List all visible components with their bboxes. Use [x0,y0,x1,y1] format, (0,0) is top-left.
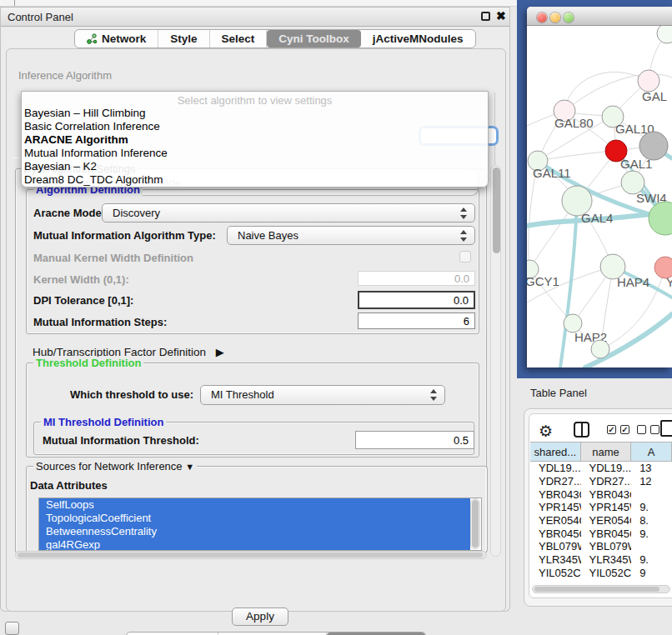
gear-icon[interactable]: ⚙ [539,422,553,441]
table-cell: YPR145W [530,501,581,513]
mi-threshold-group: MI Threshold Definition Mutual Informati… [33,422,474,455]
network-window-titlebar [527,7,672,26]
algorithm-definition-group: Algorithm Definition Aracne Mode: Discov… [26,189,479,334]
network-icon [87,33,98,44]
data-attributes-list[interactable]: SelfLoopsTopologicalCoefficientBetweenne… [38,498,482,551]
close-traffic-icon[interactable] [537,12,547,22]
table-cell: 9. [631,528,672,540]
close-icon[interactable]: ✖ [496,9,506,22]
tab-style[interactable]: Style [158,30,209,48]
algorithm-list: Bayesian – Hill ClimbingBasic Correlatio… [22,107,488,187]
algorithm-option[interactable]: Dream8 DC_TDC Algorithm [22,173,488,187]
cyni-settings-group: Cyni Algorithm Settings Algorithm Defini… [15,168,487,553]
mi-type-value: Naive Bayes [238,229,298,242]
which-threshold-label: Which threshold to use: [70,388,193,401]
attribute-item[interactable]: SelfLoops [39,498,470,512]
table-cell: 13 [631,462,672,474]
attribute-item[interactable]: gal4RGexp [39,538,470,551]
network-node[interactable] [639,132,668,160]
algorithm-option[interactable]: Basic Correlation Inference [22,120,488,133]
split-columns-icon[interactable] [574,422,589,438]
table-cell: 12 [631,475,672,488]
control-panel-title: Control Panel [8,11,73,23]
apply-button[interactable]: Apply [232,608,288,626]
algorithm-option[interactable]: Bayesian – K2 [22,160,488,173]
table-row[interactable]: YLR345WYLR345W9. [530,553,672,567]
sources-title-text: Sources for Network Inference [36,460,183,472]
combo-arrows-icon [460,208,468,219]
table-row[interactable]: YDL19...YDL19...13 [530,462,672,475]
which-threshold-combo[interactable]: MI Threshold [200,385,445,405]
tab-jactivemnodules[interactable]: jActiveMNodules [361,30,475,48]
table-cell: YIL052C [581,567,632,579]
table-row[interactable]: YIL052CYIL052C9 [530,567,672,580]
attribute-item[interactable]: BetweennessCentrality [39,525,470,538]
network-canvas[interactable]: GALGAL80GAL10GAL1GAL11GAL4SWI4GCY1HAP4YH… [527,26,672,368]
algorithm-option[interactable]: Bayesian – Hill Climbing [22,107,488,120]
data-attributes-label: Data Attributes [30,479,108,492]
table-row[interactable]: YPR145WYPR145W9. [530,501,672,514]
mi-threshold-field[interactable] [355,431,474,449]
control-panel-tabbar: NetworkStyleSelectCyni ToolboxjActiveMNo… [1,27,509,49]
algorithm-option[interactable]: Mutual Information Inference [22,147,488,160]
table-row[interactable]: YER054CYER054C8. [530,514,672,528]
network-edge [538,151,616,161]
dpi-tolerance-field[interactable] [358,291,475,309]
document-icon[interactable] [660,420,672,437]
deselect-all-columns-icon[interactable] [637,425,662,436]
tab-label: jActiveMNodules [373,32,464,45]
algorithm-option[interactable]: ARACNE Algorithm [22,133,488,147]
settings-scrollbar-vertical[interactable] [490,165,501,557]
network-node[interactable] [591,340,609,358]
mi-type-combo[interactable]: Naive Bayes [227,226,475,245]
table-row[interactable]: YBR045CYBR045C9. [530,527,672,540]
column-header[interactable]: shared... [530,442,581,461]
mi-steps-field[interactable] [358,312,475,329]
network-node[interactable] [657,26,672,43]
manual-kernel-checkbox[interactable] [459,251,471,262]
table-cell: YDL19... [581,462,632,474]
kernel-width-label: Kernel Width (0,1): [33,273,129,286]
aracne-mode-combo[interactable]: Discovery [102,203,475,222]
table-row[interactable]: YDR27...YDR27...12 [530,475,672,488]
control-panel-titlebar: Control Panel ✖ [1,8,509,27]
node-label: GCY1 [527,274,559,288]
minimize-traffic-icon[interactable] [550,12,560,22]
tab-network[interactable]: Network [75,30,158,48]
tab-select[interactable]: Select [210,30,268,48]
combo-arrows-icon [460,230,468,242]
float-window-icon[interactable] [481,12,490,21]
inference-algorithm-label: Inference Algorithm [18,69,112,82]
network-edge [564,72,649,111]
network-node[interactable] [649,202,672,235]
tab-label: Cyni Toolbox [278,32,349,45]
attribute-item[interactable]: TopologicalCoefficient [39,512,470,525]
attributes-scrollbar[interactable] [470,498,480,549]
table-row[interactable]: YBR043CYBR043C [530,488,672,501]
table-cell: YBR043C [530,488,581,501]
table-row[interactable]: YBL079WYBL079W [530,540,672,553]
table-scrollbar-horizontal[interactable] [532,585,670,593]
table-body: YDL19...YDL19...13YDR27...YDR27...12YBR0… [530,462,672,579]
column-header[interactable]: name [581,442,632,461]
table-cell: YDR27... [581,475,632,488]
sources-group-title[interactable]: Sources for Network Inference ▼ [33,460,197,472]
column-header[interactable]: A [631,442,672,461]
mi-threshold-group-title: MI Threshold Definition [41,416,166,428]
table-cell: 9. [631,553,672,566]
table-cell: YLR345W [530,553,581,566]
settings-scrollbar-horizontal[interactable] [15,551,487,559]
manual-kernel-label: Manual Kernel Width Definition [33,252,193,264]
tab-cyni-toolbox[interactable]: Cyni Toolbox [267,30,361,48]
select-all-columns-icon[interactable]: ✓✓ [607,425,632,436]
table-cell: YDR27... [530,475,581,488]
minimized-panel-icon[interactable] [5,622,19,635]
node-table: shared...nameA YDL19...YDL19...13YDR27..… [530,442,672,583]
table-cell: YBL079W [530,540,581,552]
table-cell: YIL052C [530,567,581,579]
chevron-right-icon: ▶ [216,346,224,358]
zoom-traffic-icon[interactable] [564,12,574,22]
mi-type-label: Mutual Information Algorithm Type: [33,229,216,242]
node-label: HAP4 [617,275,649,289]
kernel-width-field[interactable] [358,271,475,286]
